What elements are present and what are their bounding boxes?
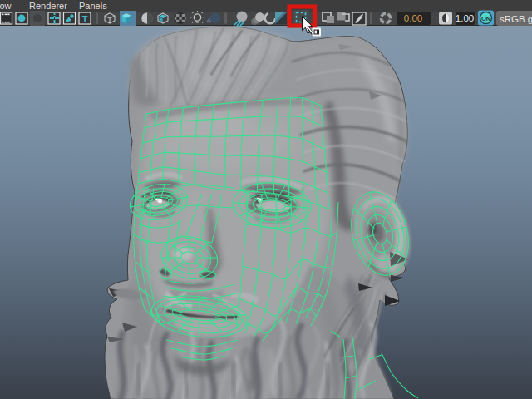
svg-text:1.00: 1.00 <box>456 13 474 23</box>
svg-text:sRGB ga: sRGB ga <box>500 14 532 24</box>
svg-text:ON: ON <box>481 15 490 22</box>
svg-text:T: T <box>82 14 88 24</box>
svg-text:0.00: 0.00 <box>404 13 422 23</box>
